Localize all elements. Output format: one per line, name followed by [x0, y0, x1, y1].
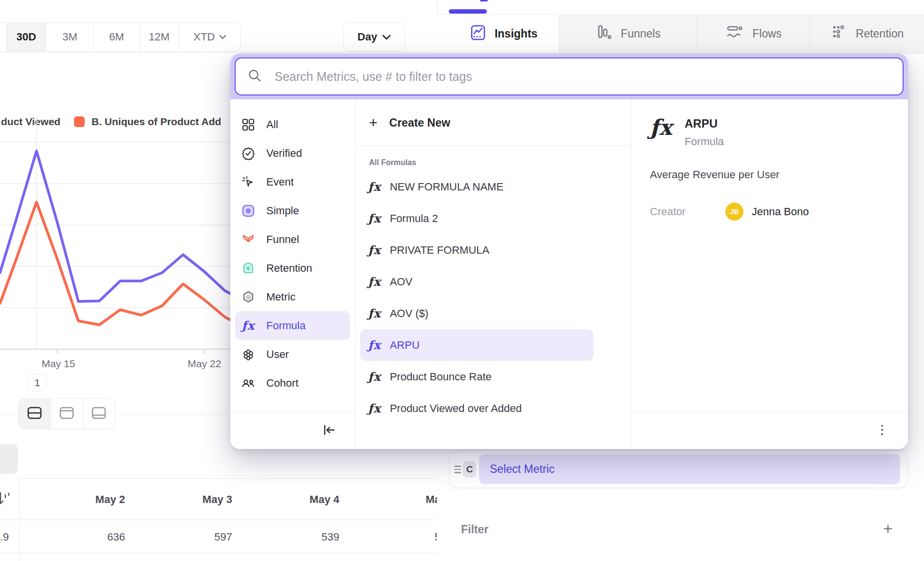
formula-list-item[interactable]: ƒxProduct Bounce Rate — [360, 361, 631, 393]
tab-flows[interactable]: Flows — [697, 15, 810, 53]
table-header-divider — [0, 520, 437, 520]
layout-toggle-panel-top[interactable] — [50, 399, 82, 429]
range-button-clipped[interactable] — [0, 23, 6, 51]
table-cell: 597 — [135, 531, 232, 543]
table-col-header: May 4 — [242, 493, 339, 506]
flows-tab-icon — [725, 24, 744, 44]
range-button-3m[interactable]: 3M — [46, 23, 93, 51]
range-button-xtd[interactable]: XTD — [179, 23, 240, 51]
layout-toggle-panel-bottom[interactable] — [83, 399, 115, 429]
grid-icon — [241, 118, 256, 131]
sidebar-item-retention[interactable]: Retention — [235, 254, 350, 282]
tab-funnels[interactable]: Funnels — [559, 15, 697, 53]
create-new-label: Create New — [389, 116, 450, 130]
range-button-30d[interactable]: 30D — [6, 23, 46, 51]
plus-icon: + — [369, 114, 378, 131]
drag-handle-icon[interactable] — [454, 464, 461, 475]
layout-toggle-split-horizontal[interactable] — [18, 399, 50, 429]
select-metric-button[interactable]: Select Metric — [479, 454, 900, 484]
sort-amount-icon[interactable] — [0, 491, 13, 508]
creator-label: Creator — [650, 206, 725, 218]
report-tabbar: InsightsFunnelsFlowsRetention — [437, 15, 924, 54]
series-coral-line — [0, 202, 235, 325]
sidebar-item-funnel[interactable]: Funnel — [235, 225, 350, 254]
formula-list-item[interactable]: ƒxPRIVATE FORMULA — [360, 234, 631, 266]
sidebar-footer — [230, 412, 355, 449]
filter-section-label: Filter — [461, 523, 488, 536]
search-placeholder: Search Metrics, use # to filter to tags — [275, 70, 472, 84]
retention-tab-icon — [831, 24, 848, 44]
cohort-icon — [241, 376, 256, 390]
sidebar-item-event[interactable]: Event — [235, 168, 350, 196]
formula-list-item[interactable]: ƒxProduct Viewed over Added — [360, 393, 631, 424]
clipped-indicator-mark — [480, 0, 488, 1]
kebab-menu-icon[interactable]: ⋮ — [876, 423, 888, 436]
funnels-tab-icon — [595, 24, 613, 44]
panel-bottom-icon — [91, 406, 107, 422]
table-col-header: May 2 — [28, 493, 125, 506]
detail-title: ARPU — [684, 117, 724, 131]
verified-badge-icon — [241, 147, 256, 160]
creator-row: Creator JB Jenna Bono — [650, 203, 908, 221]
metric-picker-dropdown: Search Metrics, use # to filter to tags … — [230, 54, 908, 449]
table-corner-chip — [0, 444, 18, 474]
metric-row-card: C Select Metric — [449, 450, 907, 488]
chevron-down-icon — [382, 31, 391, 43]
fx-icon: ƒx — [368, 306, 381, 320]
fx-icon: ƒx — [368, 338, 381, 352]
granularity-button[interactable]: Day — [343, 22, 405, 52]
formula-list-item[interactable]: ƒxAOV — [360, 266, 631, 298]
detail-description: Average Revenue per User — [650, 168, 908, 181]
sidebar-item-all[interactable]: All — [235, 110, 350, 139]
x-axis-tick-label: May 22 — [188, 358, 222, 369]
formula-list-item[interactable]: ƒxFormula 2 — [360, 203, 631, 234]
active-tab-indicator — [449, 9, 487, 14]
sidebar-item-user[interactable]: User — [235, 340, 350, 369]
sidebar-item-verified[interactable]: Verified — [235, 139, 350, 168]
fx-icon: ƒx — [368, 401, 381, 415]
tab-retention[interactable]: Retention — [810, 15, 924, 53]
formula-fx-icon: ƒx — [650, 116, 672, 148]
create-new-button[interactable]: + Create New — [355, 109, 631, 136]
layout-toggle-group — [18, 398, 115, 429]
table-top-border — [19, 478, 437, 479]
metric-type-sidebar: AllVerifiedEventSimpleFunnelRetentionMet… — [230, 99, 355, 449]
select-metric-label: Select Metric — [490, 463, 554, 476]
series-purple-line — [0, 151, 235, 301]
split-horizontal-icon — [27, 406, 42, 422]
range-button-12m[interactable]: 12M — [139, 23, 179, 51]
simple-icon — [241, 204, 256, 218]
detail-footer: ⋮ — [631, 412, 908, 449]
table-col-header: May — [349, 493, 437, 506]
event-cursor-icon — [241, 175, 256, 189]
date-range-selector: 30D3M6M12MXTD — [0, 22, 241, 52]
range-button-6m[interactable]: 6M — [93, 23, 139, 51]
tab-insights[interactable]: Insights — [448, 15, 559, 53]
fx-icon: ƒx — [241, 318, 256, 333]
formula-list-item[interactable]: ƒxNEW FORMULA NAME — [360, 171, 631, 203]
frozen-cell-partial: .9 — [0, 531, 9, 543]
sidebar-item-metric[interactable]: Metric — [235, 282, 350, 311]
sidebar-item-simple[interactable]: Simple — [235, 196, 350, 225]
x-axis-tick-label: May 15 — [42, 358, 75, 369]
granularity-label: Day — [357, 31, 377, 43]
sidebar-item-formula[interactable]: ƒxFormula — [235, 311, 350, 340]
formula-list-item[interactable]: ƒxARPU — [360, 329, 593, 361]
list-divider — [355, 145, 631, 146]
fx-icon: ƒx — [368, 180, 381, 194]
table-cell: 636 — [28, 531, 125, 543]
sidebar-item-cohort[interactable]: Cohort — [235, 369, 350, 397]
collapse-left-icon[interactable] — [322, 424, 336, 438]
pagination-badge[interactable]: 1 — [28, 374, 47, 392]
list-section-label: All Formulas — [369, 158, 631, 167]
table-col-header: May 3 — [135, 493, 232, 506]
table-cell: 59 — [349, 531, 437, 543]
creator-name: Jenna Bono — [752, 206, 809, 218]
insights-tab-icon — [469, 24, 487, 44]
add-filter-button[interactable]: + — [883, 519, 893, 538]
metric-search-input[interactable]: Search Metrics, use # to filter to tags — [235, 57, 904, 95]
table-row-divider — [0, 553, 437, 553]
fx-icon: ƒx — [368, 243, 381, 257]
fx-icon: ƒx — [368, 275, 381, 289]
formula-list-item[interactable]: ƒxAOV ($) — [360, 298, 631, 329]
